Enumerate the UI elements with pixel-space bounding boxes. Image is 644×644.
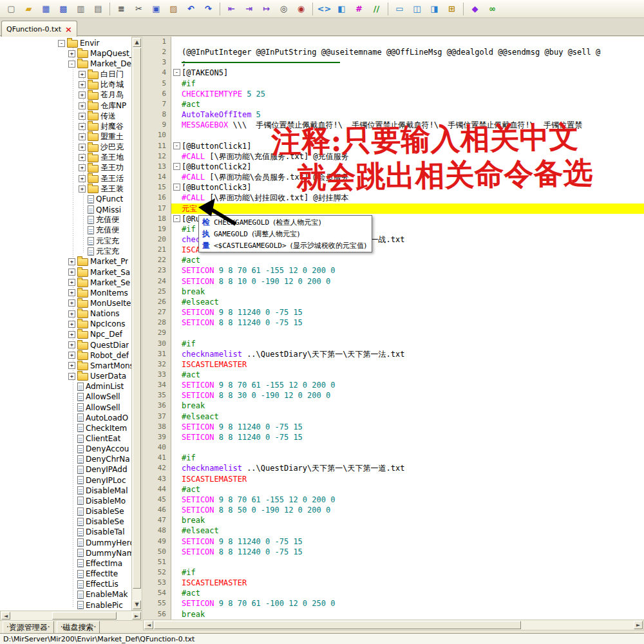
code-line-body[interactable]: CHECKITEMTYPE 5 25 bbox=[171, 89, 644, 99]
find-page-icon[interactable]: ◎ bbox=[276, 1, 292, 17]
tree-item[interactable]: +NpcIcons bbox=[0, 319, 132, 329]
tree-item[interactable]: EffectLis bbox=[0, 579, 132, 589]
expand-icon[interactable]: + bbox=[79, 185, 86, 193]
expand-icon[interactable]: + bbox=[68, 50, 75, 57]
code-line-body[interactable] bbox=[171, 442, 644, 453]
code-line-body[interactable]: (@@InPutInteger @@InPutString @@useitemn… bbox=[171, 47, 644, 57]
scroll-right-icon[interactable]: ► bbox=[132, 612, 141, 620]
code-line-body[interactable]: 元宝 bbox=[171, 204, 644, 214]
new-file-icon[interactable]: ▢ bbox=[3, 1, 19, 17]
fold-collapse-icon[interactable]: - bbox=[173, 184, 180, 191]
tree-item[interactable]: +SmartMons bbox=[0, 361, 132, 371]
link-icon[interactable]: ∞ bbox=[484, 1, 500, 17]
scrollbar-thumb[interactable] bbox=[52, 612, 117, 620]
tree-item[interactable]: DenyAccou bbox=[0, 444, 132, 454]
expand-icon[interactable]: + bbox=[79, 102, 86, 109]
code-line-body[interactable]: SETICON 8 8 50 0 -190 12 0 200 0 bbox=[171, 505, 644, 515]
expand-icon[interactable]: + bbox=[68, 289, 75, 296]
code-line-body[interactable] bbox=[171, 557, 644, 567]
code-line[interactable]: 31checknamelist ..\QuestDiary\天下第一\天下第一法… bbox=[143, 349, 644, 359]
code-line[interactable]: 49SETICON 9 8 11240 0 -75 15 bbox=[143, 536, 644, 547]
tree-item[interactable]: DummyHero bbox=[0, 538, 132, 548]
fold-collapse-icon[interactable]: - bbox=[173, 215, 180, 222]
save-all-icon[interactable]: ▩ bbox=[55, 1, 71, 17]
tree-item[interactable]: AdminList bbox=[0, 381, 132, 392]
scroll-left-icon[interactable]: ◄ bbox=[1, 612, 10, 620]
expand-icon[interactable]: + bbox=[79, 123, 86, 130]
scroll-up-icon[interactable]: ▲ bbox=[133, 38, 141, 47]
code-line[interactable]: 33#act bbox=[143, 370, 644, 380]
tree-item[interactable]: -Market_De bbox=[0, 59, 132, 69]
code-line[interactable]: 40 bbox=[143, 442, 644, 453]
tree-item[interactable]: +Nations bbox=[0, 308, 132, 319]
expand-icon[interactable]: + bbox=[68, 310, 75, 317]
list-icon[interactable]: ≡ bbox=[113, 1, 129, 17]
code-line-body[interactable]: SETICON 9 8 11240 0 -75 15 bbox=[171, 422, 644, 432]
code-line[interactable]: 2(@@InPutInteger @@InPutString @@useitem… bbox=[143, 47, 644, 57]
code-line-body[interactable]: #act bbox=[171, 99, 644, 109]
tree-item[interactable]: +封魔谷 bbox=[0, 121, 132, 131]
code-line[interactable]: 30#if bbox=[143, 339, 644, 349]
tab-qfunction[interactable]: QFunction-0.txt × bbox=[1, 21, 77, 37]
tree-item[interactable]: DummyName bbox=[0, 548, 132, 558]
save-icon[interactable]: ▦ bbox=[38, 1, 54, 17]
code-line-body[interactable]: break bbox=[171, 515, 644, 526]
tree-item[interactable]: +MapQuest_ bbox=[0, 48, 132, 59]
code-line[interactable]: 36break bbox=[143, 401, 644, 411]
expand-icon[interactable]: + bbox=[68, 258, 75, 265]
code-line-body[interactable]: SETICON 8 8 11240 0 -75 15 bbox=[171, 432, 644, 442]
tree-item[interactable]: DenyIPLoc bbox=[0, 475, 132, 486]
scrollbar-thumb[interactable] bbox=[154, 621, 521, 629]
expand-icon[interactable]: + bbox=[68, 279, 75, 286]
expand-icon[interactable]: + bbox=[68, 299, 75, 307]
expand-icon[interactable]: + bbox=[68, 362, 75, 369]
expand-icon[interactable]: + bbox=[79, 144, 86, 151]
code-line[interactable]: 54#act bbox=[143, 588, 644, 598]
code-line[interactable]: 4-[@TAKEON5] bbox=[143, 68, 644, 78]
code-line-body[interactable]: #act bbox=[171, 370, 644, 380]
tree-item[interactable]: +圣王地 bbox=[0, 153, 132, 163]
code-line[interactable]: 22#act bbox=[143, 255, 644, 265]
code-tags-icon[interactable]: <> bbox=[316, 1, 332, 17]
code-line-body[interactable]: SETICON 9 8 11240 0 -75 15 bbox=[171, 307, 644, 317]
expand-icon[interactable]: + bbox=[68, 373, 75, 380]
open-folder-icon[interactable]: ▰ bbox=[21, 1, 37, 17]
tree-horizontal-scrollbar[interactable]: ◄ ► bbox=[0, 611, 142, 621]
code-line-body[interactable]: ISCASTLEMASTER bbox=[171, 474, 644, 484]
code-line[interactable]: 5#if bbox=[143, 79, 644, 89]
tree-item[interactable]: +圣王装 bbox=[0, 184, 132, 194]
tree-item[interactable]: +MonUseIte bbox=[0, 298, 132, 308]
code-line-body[interactable]: ISCASTLEMASTER bbox=[171, 359, 644, 370]
code-line-body[interactable]: break bbox=[171, 287, 644, 297]
tree-item[interactable]: EffectIma bbox=[0, 558, 132, 569]
expand-icon[interactable]: + bbox=[79, 91, 86, 99]
tree-item[interactable]: EnableMak bbox=[0, 589, 132, 600]
expand-icon[interactable]: + bbox=[79, 164, 86, 171]
code-line[interactable]: 7#act bbox=[143, 99, 644, 109]
tree-item[interactable]: DenyChrNa bbox=[0, 454, 132, 464]
expand-icon[interactable]: + bbox=[79, 154, 86, 161]
tree-item[interactable]: EffectIte bbox=[0, 569, 132, 579]
code-line-body[interactable]: #act bbox=[171, 588, 644, 598]
code-line[interactable]: 38SETICON 9 8 11240 0 -75 15 bbox=[143, 422, 644, 432]
scroll-down-icon[interactable]: ▼ bbox=[133, 600, 141, 609]
tab-resource-manager[interactable]: ·资源管理器· bbox=[3, 621, 54, 634]
tree-vertical-scrollbar[interactable]: ▲ ▼ bbox=[131, 37, 142, 611]
undo-icon[interactable]: ↶ bbox=[183, 1, 199, 17]
code-line[interactable]: 46SETICON 8 8 50 0 -190 12 0 200 0 bbox=[143, 505, 644, 515]
code-line-body[interactable]: SETICON 9 8 70 61 -155 12 0 200 0 bbox=[171, 265, 644, 276]
expand-icon[interactable]: + bbox=[79, 71, 86, 78]
tree-item[interactable]: +MonItems bbox=[0, 288, 132, 298]
code-line[interactable]: 6CHECKITEMTYPE 5 25 bbox=[143, 89, 644, 99]
code-line-body[interactable]: SETICON 8 8 11240 0 -75 15 bbox=[171, 317, 644, 328]
code-line[interactable]: 55SETICON 9 8 70 61 -100 12 0 250 0 bbox=[143, 598, 644, 609]
editor-horizontal-scrollbar[interactable]: ◄ ► bbox=[143, 620, 644, 630]
export-page-icon[interactable]: ▥ bbox=[73, 1, 89, 17]
expand-icon[interactable]: + bbox=[68, 331, 75, 338]
paste-icon[interactable]: ▨ bbox=[166, 1, 182, 17]
collapse-icon[interactable]: - bbox=[58, 40, 65, 47]
expand-icon[interactable]: + bbox=[68, 269, 75, 276]
suggestion-item[interactable]: 量<$CASTLEGAMEGOLD>(显示沙城税收的元宝值) bbox=[200, 240, 371, 251]
code-line-body[interactable]: #act bbox=[171, 484, 644, 495]
code-line[interactable]: 50SETICON 8 8 11240 0 -75 15 bbox=[143, 547, 644, 557]
